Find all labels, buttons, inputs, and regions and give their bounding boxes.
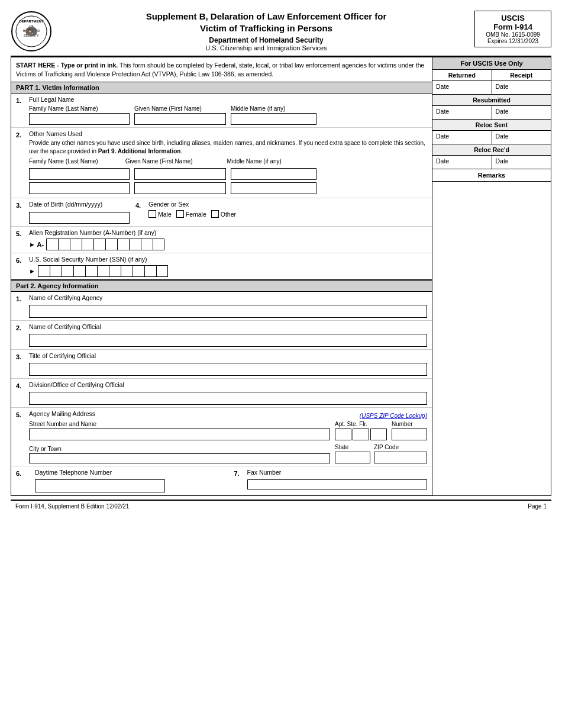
ssn-cell-3[interactable] [62,265,73,277]
ssn-cell-5[interactable] [85,265,97,277]
part2-item7-input[interactable] [247,479,428,489]
a-cell-4[interactable] [82,239,93,250]
part2-item4-row: 4. Division/Office of Certifying Officia… [11,379,432,408]
apt-cell-2[interactable] [353,429,369,440]
item3-dob-input[interactable] [29,212,130,224]
item4-label: Gender or Sex [148,201,236,208]
a-cell-10[interactable] [153,239,164,250]
omb-number: OMB No. 1615-0099 [479,31,547,38]
part2-item4-input[interactable] [29,392,427,405]
expiration: Expires 12/31/2023 [479,38,547,44]
item1-family-input[interactable] [29,113,130,125]
male-option[interactable]: Male [148,210,172,218]
remarks-body[interactable] [432,182,551,418]
apt-cell-3[interactable] [370,429,387,440]
item1-number: 1. [16,96,29,104]
part2-item3-content: Title of Certifying Official [29,352,427,376]
reloc-sent-date-2: Date [492,131,551,144]
ssn-cell-9[interactable] [133,265,144,277]
state-zip-group: State ZIP Code [335,444,427,463]
gender-options: Male Female Other [148,210,236,218]
zip-input[interactable] [374,452,427,463]
item5-content: Alien Registration Number (A-Number) (if… [29,229,427,250]
item2-given-input-2[interactable] [134,182,226,194]
part2-item1-label: Name of Certifying Agency [29,294,427,301]
item2-family-field: Family Name (Last Name) [29,158,98,166]
part2-item3-label: Title of Certifying Official [29,352,427,359]
reloc-recd-label: Reloc Rec'd [432,144,551,156]
street-row: Street Number and Name Apt. Ste. Flr. [29,421,427,440]
returned-date-row: Date Date [432,81,551,95]
item2-given-input-1[interactable] [134,168,226,180]
item2-middle-input-1[interactable] [231,168,316,180]
a-cell-6[interactable] [105,239,117,250]
receipt-label: Receipt [492,70,551,80]
ssn-cells [38,265,168,277]
a-cell-3[interactable] [70,239,82,250]
item1-label: Full Legal Name [29,96,427,103]
female-checkbox[interactable] [176,210,184,218]
resubmitted-date-row: Date Date [432,106,551,120]
remarks-header: Remarks [432,169,551,182]
item2-given-label: Given Name (First Name) [125,158,193,165]
ssn-cell-4[interactable] [73,265,85,277]
item1-given-field: Given Name (First Name) [134,105,226,125]
a-cell-7[interactable] [117,239,129,250]
part2-item7-wrapper: 7. Fax Number [234,469,428,489]
part2-item2-input[interactable] [29,334,427,347]
reloc-recd-date-row: Date Date [432,156,551,169]
apt-cell-1[interactable] [335,429,351,440]
city-input[interactable] [29,453,330,463]
item1-given-label: Given Name (First Name) [134,105,226,112]
street-input[interactable] [29,429,330,440]
item6-part1-content: U.S. Social Security Number (SSN) (if an… [29,256,427,277]
main-layout: START HERE - Type or print in ink. This … [11,56,551,496]
item1-row: 1. Full Legal Name Family Name (Last Nam… [11,94,432,128]
item5-label: Alien Registration Number (A-Number) (if… [29,229,427,236]
street-field: Street Number and Name [29,421,330,440]
ssn-cell-7[interactable] [109,265,121,277]
a-cell-2[interactable] [58,239,70,250]
item1-given-input[interactable] [134,113,226,125]
other-option[interactable]: Other [211,210,236,218]
item3: 3. Date of Birth (dd/mm/yyyy) [16,201,130,224]
a-cell-1[interactable] [46,239,58,250]
ssn-cell-10[interactable] [144,265,156,277]
item1-middle-input[interactable] [231,113,316,125]
header-center: Supplement B, Delaration of Law Enforcem… [58,11,474,51]
ssn-cell-11[interactable] [156,265,168,277]
apt-number-input[interactable] [392,429,427,440]
reloc-recd-date-2: Date [492,156,551,169]
part2-item6-content: Daytime Telephone Number [35,469,228,492]
header: DEPARTMENT OF HOMELAND SECURITY 🦅 Supple… [11,11,551,52]
male-checkbox[interactable] [148,210,156,218]
part2-item2-number: 2. [16,323,29,331]
item4-content: Gender or Sex Male Female [148,201,236,218]
start-here-bold: START HERE - Type or print in ink. [16,62,118,69]
reloc-recd-date-1: Date [432,156,492,169]
ssn-cell-2[interactable] [50,265,62,277]
part2-item6-label: Daytime Telephone Number [35,469,228,476]
a-cell-5[interactable] [93,239,105,250]
state-input[interactable] [335,452,370,463]
item2-middle-input-2[interactable] [231,182,316,194]
a-cell-8[interactable] [129,239,141,250]
item1-name-fields: Family Name (Last Name) Given Name (Firs… [29,105,427,125]
usps-zip-link[interactable]: (USPS ZIP Code Lookup) [360,413,427,419]
item2-family-input-2[interactable] [29,182,130,194]
part2-item6-input[interactable] [35,479,165,492]
ssn-cell-8[interactable] [121,265,133,277]
female-option[interactable]: Female [176,210,206,218]
other-checkbox[interactable] [211,210,219,218]
apt-number-group: Number [392,421,427,440]
part2-item3-input[interactable] [29,363,427,376]
item6-part1-row: 6. U.S. Social Security Number (SSN) (if… [11,253,432,281]
part2-item1-input[interactable] [29,305,427,318]
reloc-sent-date-1: Date [432,131,492,144]
item3-number: 3. [16,201,29,209]
item2-family-input-1[interactable] [29,168,130,180]
a-cell-9[interactable] [141,239,153,250]
ssn-cell-1[interactable] [38,265,50,277]
reloc-sent-label: Reloc Sent [432,120,551,131]
ssn-cell-6[interactable] [97,265,109,277]
